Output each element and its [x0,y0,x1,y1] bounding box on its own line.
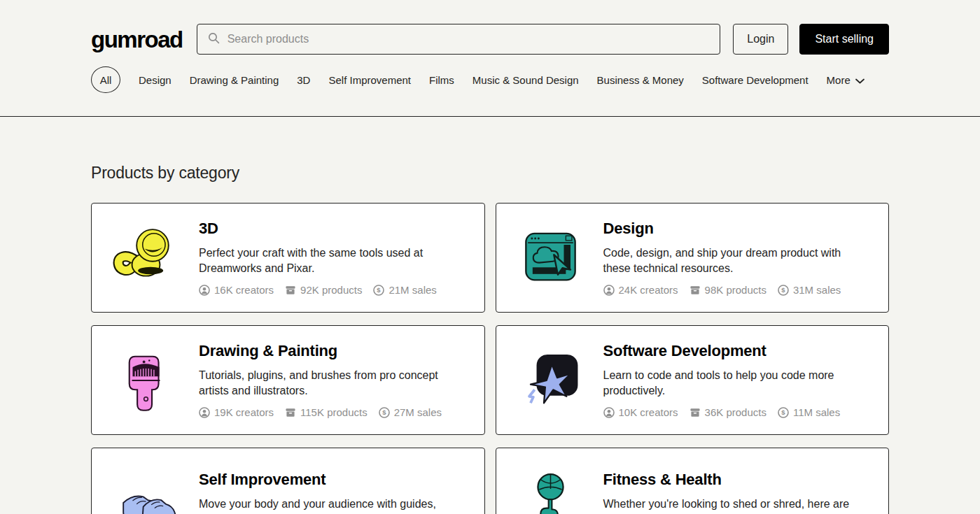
category-nav: All Design Drawing & Painting 3D Self Im… [91,66,889,93]
nav-item-self-improvement[interactable]: Self Improvement [328,74,411,86]
search-input[interactable] [227,33,710,45]
products-icon [690,285,701,296]
products-icon [285,285,296,296]
card-description: Learn to code and tools to help you code… [603,368,868,399]
products-stat: 115K products [285,406,368,418]
category-card-fitness-health[interactable]: Fitness & Health Whether you're looking … [496,448,890,514]
nav-item-all[interactable]: All [91,66,120,93]
sales-icon: $ [778,285,789,296]
card-description: Perfect your craft with the same tools u… [199,245,463,276]
card-title: 3D [199,220,463,238]
products-icon [690,407,701,418]
creators-icon [199,285,210,296]
nav-item-business-money[interactable]: Business & Money [597,74,684,86]
sales-stat: $ 11M sales [778,406,840,418]
svg-text:$: $ [377,286,382,294]
card-description: Tutorials, plugins, and brushes from pro… [199,368,463,399]
main-content: Products by category 3D Perfect your cra… [0,164,980,514]
basketball-hand-sticker-icon [517,464,584,514]
creators-stat: 10K creators [603,406,678,418]
sales-stat: $ 27M sales [379,406,442,418]
products-icon [285,407,296,418]
nav-item-design[interactable]: Design [139,74,172,86]
card-title: Software Development [603,342,868,360]
svg-text:$: $ [781,408,785,416]
sales-icon: $ [379,407,390,418]
category-card-self-improvement[interactable]: Self Improvement Move your body and your… [91,448,485,514]
browser-window-sticker-icon [517,220,584,297]
login-button[interactable]: Login [733,24,788,55]
nav-item-more[interactable]: More [827,74,864,86]
creators-icon [603,407,615,418]
products-stat: 36K products [690,406,766,418]
category-card-software-development[interactable]: Software Development Learn to code and t… [496,325,890,435]
svg-text:$: $ [781,286,785,294]
search-icon [208,32,220,47]
sneakers-sticker-icon [113,464,179,514]
card-description: Code, design, and ship your dream produc… [603,245,868,276]
chevron-down-icon [855,74,864,86]
paintbrush-monster-sticker-icon [113,342,179,419]
worm-3d-sticker-icon [113,220,179,297]
site-header: gumroad Login Start selling All Design D… [0,0,980,117]
card-stats: 10K creators 36K products $ 11M sales [603,406,868,418]
nav-item-software-development[interactable]: Software Development [702,74,808,86]
products-stat: 92K products [285,284,362,296]
category-card-design[interactable]: Design Code, design, and ship your dream… [496,203,890,313]
creators-icon [603,285,615,296]
category-card-drawing-painting[interactable]: Drawing & Painting Tutorials, plugins, a… [91,325,485,435]
products-stat: 98K products [690,284,766,296]
card-stats: 19K creators 115K products $ 27M sales [199,406,463,418]
nav-item-films[interactable]: Films [429,74,454,86]
gumroad-logo[interactable]: gumroad [91,28,183,51]
page-title: Products by category [91,164,889,183]
card-title: Fitness & Health [603,471,868,489]
card-description: Whether you're looking to shed or shred,… [603,497,868,514]
creators-stat: 19K creators [199,406,274,418]
cursor-burst-sticker-icon [517,342,584,419]
sales-icon: $ [373,285,384,296]
sales-stat: $ 21M sales [373,284,436,296]
card-title: Self Improvement [199,471,463,489]
card-stats: 24K creators 98K products $ 31M sales [603,284,868,296]
nav-item-music-sound-design[interactable]: Music & Sound Design [472,74,579,86]
card-title: Design [603,220,868,238]
card-description: Move your body and your audience with gu… [199,497,463,514]
creators-stat: 16K creators [199,284,274,296]
sales-icon: $ [778,407,789,418]
start-selling-button[interactable]: Start selling [799,24,889,55]
sales-stat: $ 31M sales [778,284,841,296]
search-bar[interactable] [197,24,721,55]
creators-icon [199,407,210,418]
card-stats: 16K creators 92K products $ 21M sales [199,284,463,296]
nav-item-3d[interactable]: 3D [297,74,310,86]
creators-stat: 24K creators [603,284,678,296]
category-card-grid: 3D Perfect your craft with the same tool… [91,203,889,514]
category-card-3d[interactable]: 3D Perfect your craft with the same tool… [91,203,485,313]
nav-item-drawing-painting[interactable]: Drawing & Painting [190,74,279,86]
svg-text:$: $ [382,408,386,416]
card-title: Drawing & Painting [199,342,463,360]
